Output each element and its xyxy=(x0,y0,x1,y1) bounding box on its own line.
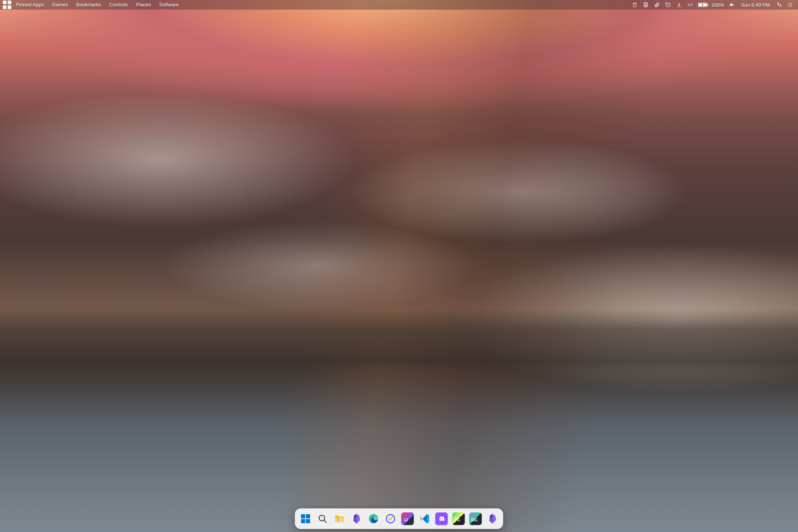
menu-places[interactable]: Places xyxy=(132,0,155,10)
svg-rect-18 xyxy=(306,514,310,518)
svg-rect-6 xyxy=(645,5,647,7)
svg-rect-20 xyxy=(306,519,310,523)
menu-bookmarks[interactable]: Bookmarks xyxy=(72,0,105,10)
history-icon[interactable] xyxy=(665,1,671,8)
dock-app-search[interactable] xyxy=(316,511,330,526)
svg-rect-3 xyxy=(8,6,11,9)
svg-point-15 xyxy=(788,6,789,7)
menu-games[interactable]: Games xyxy=(48,0,72,10)
svg-point-26 xyxy=(440,518,441,519)
dock-app-ticktick[interactable] xyxy=(383,511,398,526)
dock-app-datagrip-text: DG xyxy=(471,518,478,522)
svg-rect-0 xyxy=(3,1,7,4)
trash-icon[interactable] xyxy=(631,1,638,8)
svg-point-7 xyxy=(690,4,690,5)
panel-menu-icon[interactable] xyxy=(787,1,794,8)
dock-app-pycharm[interactable]: PC xyxy=(451,511,466,526)
svg-rect-23 xyxy=(337,518,339,521)
menu-pinned-apps[interactable]: Pinned Apps xyxy=(12,0,48,10)
start-menu-icon[interactable] xyxy=(2,0,12,10)
battery-percent-label: 100% xyxy=(711,2,724,8)
printer-icon[interactable] xyxy=(642,1,649,8)
top-menu-bar: Pinned Apps Games Bookmarks Controls Pla… xyxy=(12,0,183,10)
dock-app-pycharm-text: PC xyxy=(454,518,460,522)
svg-rect-10 xyxy=(707,4,708,6)
dock-app-obsidian[interactable] xyxy=(349,511,364,526)
svg-point-11 xyxy=(788,3,789,4)
language-icon[interactable] xyxy=(776,1,782,8)
top-panel: Pinned Apps Games Bookmarks Controls Pla… xyxy=(0,0,798,10)
svg-rect-19 xyxy=(301,519,305,523)
svg-rect-2 xyxy=(3,6,7,9)
dock-app-obsidian-alt[interactable] xyxy=(485,511,499,526)
dock-app-intellij[interactable]: IJ xyxy=(400,511,415,526)
desktop-wallpaper xyxy=(0,0,798,532)
dock-app-datagrip[interactable]: DG xyxy=(468,511,482,526)
dock-app-start[interactable] xyxy=(299,511,313,526)
svg-line-22 xyxy=(324,520,327,523)
download-icon[interactable] xyxy=(676,1,682,8)
dock-app-edge[interactable] xyxy=(366,511,381,526)
battery-icon xyxy=(698,2,709,8)
svg-rect-17 xyxy=(301,514,305,518)
attachment-icon[interactable] xyxy=(654,1,660,8)
dock-app-files[interactable] xyxy=(332,511,347,526)
dock-app-intellij-text: IJ xyxy=(404,518,407,522)
system-tray: 100% Sun 6:49 PM xyxy=(631,1,796,8)
menu-controls[interactable]: Controls xyxy=(105,0,132,10)
code-expand-icon[interactable] xyxy=(687,1,693,8)
svg-rect-1 xyxy=(8,1,11,4)
svg-point-13 xyxy=(788,4,789,5)
volume-icon[interactable] xyxy=(729,1,735,8)
dock-app-vscode[interactable] xyxy=(417,511,432,526)
clock[interactable]: Sun 6:49 PM xyxy=(740,2,771,8)
menu-software[interactable]: Software xyxy=(155,0,183,10)
svg-point-27 xyxy=(442,518,443,519)
battery-indicator[interactable]: 100% xyxy=(698,2,724,8)
dock-app-discord[interactable] xyxy=(434,511,449,526)
taskbar-dock: IJ PC DG xyxy=(295,508,503,529)
